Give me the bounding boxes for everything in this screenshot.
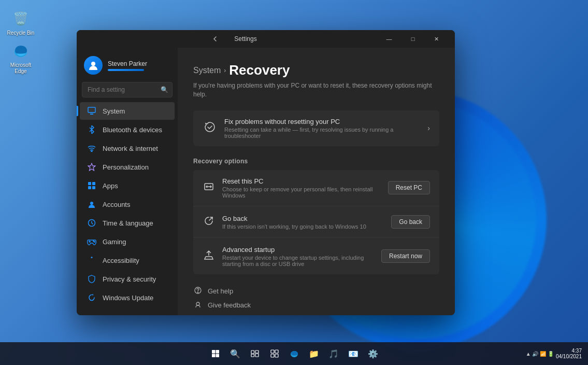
privacy-label: Privacy & security xyxy=(103,275,156,283)
system-icon xyxy=(87,106,96,116)
accounts-label: Accounts xyxy=(103,201,130,208)
recycle-bin-icon: 🗑️ xyxy=(11,9,30,28)
taskbar-right: ▲ 🔊 📶 🔋 4:37 04/10/2021 xyxy=(526,348,582,359)
svg-rect-4 xyxy=(89,113,94,113)
sidebar-item-update[interactable]: Windows Update xyxy=(80,289,175,306)
maximize-button[interactable]: □ xyxy=(401,31,425,47)
feedback-label: Give feedback xyxy=(208,301,251,309)
taskbar-time: 4:37 xyxy=(572,348,582,354)
sidebar: Steven Parker 🔍 xyxy=(77,48,178,315)
close-button[interactable]: ✕ xyxy=(425,31,449,47)
taskbar-search[interactable]: 🔍 xyxy=(227,345,243,362)
accounts-icon xyxy=(87,200,96,209)
personalization-icon xyxy=(87,162,96,172)
user-progress-bar xyxy=(108,69,144,71)
update-icon xyxy=(87,293,96,302)
fix-card-title: Fix problems without resetting your PC xyxy=(224,118,420,125)
gaming-label: Gaming xyxy=(103,238,126,246)
sidebar-search: 🔍 xyxy=(82,82,173,97)
svg-rect-28 xyxy=(275,350,278,353)
sidebar-item-accessibility[interactable]: Accessibility xyxy=(80,251,175,269)
search-icon: 🔍 xyxy=(161,86,168,93)
fix-card-text: Fix problems without resetting your PC R… xyxy=(224,118,420,139)
svg-point-13 xyxy=(94,242,95,243)
sidebar-item-accounts[interactable]: Accounts xyxy=(80,195,175,213)
svg-rect-27 xyxy=(271,350,274,353)
taskbar-clock[interactable]: 4:37 04/10/2021 xyxy=(556,348,582,359)
go-back-button[interactable]: Go back xyxy=(391,215,430,229)
fix-problems-card[interactable]: Fix problems without resetting your PC R… xyxy=(193,110,439,146)
search-input[interactable] xyxy=(82,82,173,97)
taskbar-explorer[interactable]: 📁 xyxy=(306,345,322,362)
svg-point-18 xyxy=(196,302,199,305)
start-button[interactable] xyxy=(207,345,224,362)
option-row-reset: Reset this PC Choose to keep or remove y… xyxy=(193,170,439,206)
recovery-options-list: Reset this PC Choose to keep or remove y… xyxy=(193,170,439,274)
taskbar: 🔍 xyxy=(0,342,588,365)
svg-rect-23 xyxy=(251,350,254,354)
svg-rect-21 xyxy=(212,354,216,358)
titlebar-back[interactable] xyxy=(203,31,227,47)
reset-icon xyxy=(203,181,215,195)
sidebar-item-privacy[interactable]: Privacy & security xyxy=(80,270,175,288)
sidebar-item-time[interactable]: Time & language xyxy=(80,214,175,232)
privacy-icon xyxy=(87,274,96,284)
feedback-link[interactable]: Give feedback xyxy=(193,300,439,311)
svg-point-1 xyxy=(91,62,95,66)
svg-rect-8 xyxy=(88,186,91,189)
svg-rect-2 xyxy=(88,107,95,113)
svg-rect-22 xyxy=(216,354,219,358)
minimize-button[interactable]: — xyxy=(377,31,401,47)
time-label: Time & language xyxy=(103,219,153,227)
desktop-icon-edge[interactable]: Microsoft Edge xyxy=(5,41,36,75)
user-name: Steven Parker xyxy=(108,60,147,67)
personalization-label: Personalization xyxy=(103,163,149,171)
avatar xyxy=(84,56,103,75)
time-icon xyxy=(87,218,96,228)
get-help-link[interactable]: Get help xyxy=(193,286,439,297)
svg-rect-9 xyxy=(92,186,95,189)
system-label: System xyxy=(103,107,125,115)
go-back-text: Go back If this version isn't working, t… xyxy=(222,215,384,230)
settings-window: Settings — □ ✕ xyxy=(77,30,455,315)
svg-rect-24 xyxy=(251,354,254,357)
edge-label: Microsoft Edge xyxy=(5,62,36,75)
sidebar-item-system[interactable]: System xyxy=(80,102,175,120)
sidebar-item-network[interactable]: Network & internet xyxy=(80,139,175,157)
network-icon xyxy=(87,144,96,153)
svg-rect-6 xyxy=(88,182,91,185)
sidebar-item-gaming[interactable]: Gaming xyxy=(80,233,175,250)
option-row-advanced: Advanced startup Restart your device to … xyxy=(193,238,439,274)
go-back-icon xyxy=(203,215,215,229)
taskbar-taskview[interactable] xyxy=(247,345,263,362)
bluetooth-label: Bluetooth & devices xyxy=(103,126,162,134)
sidebar-item-bluetooth[interactable]: Bluetooth & devices xyxy=(80,121,175,138)
get-help-label: Get help xyxy=(208,287,233,295)
svg-point-14 xyxy=(91,257,93,258)
svg-rect-19 xyxy=(212,350,216,354)
sidebar-item-personalization[interactable]: Personalization xyxy=(80,158,175,176)
taskbar-mail[interactable]: 📧 xyxy=(345,345,362,362)
svg-rect-30 xyxy=(275,354,278,357)
reset-pc-button[interactable]: Reset PC xyxy=(388,181,430,194)
taskbar-date: 04/10/2021 xyxy=(556,354,582,359)
svg-rect-7 xyxy=(92,182,95,185)
feedback-icon xyxy=(193,301,203,310)
reset-desc: Choose to keep or remove your personal f… xyxy=(222,186,381,199)
svg-point-5 xyxy=(91,151,92,152)
fix-icon xyxy=(203,121,217,135)
svg-rect-25 xyxy=(255,350,259,353)
sidebar-item-apps[interactable]: Apps xyxy=(80,177,175,194)
fix-card-desc: Resetting can take a while — first, try … xyxy=(224,127,420,139)
reset-text: Reset this PC Choose to keep or remove y… xyxy=(222,177,381,199)
taskbar-spotify[interactable]: 🎵 xyxy=(325,345,342,362)
taskbar-widgets[interactable] xyxy=(266,345,283,362)
restart-now-button[interactable]: Restart now xyxy=(381,249,430,263)
user-profile[interactable]: Steven Parker xyxy=(77,52,178,82)
taskbar-edge[interactable] xyxy=(286,345,303,362)
taskbar-settings[interactable]: ⚙️ xyxy=(365,345,381,362)
advanced-title: Advanced startup xyxy=(222,246,374,254)
accessibility-label: Accessibility xyxy=(103,257,139,264)
advanced-icon xyxy=(203,249,215,263)
desktop-icon-recycle[interactable]: 🗑️ Recycle Bin xyxy=(5,9,36,36)
